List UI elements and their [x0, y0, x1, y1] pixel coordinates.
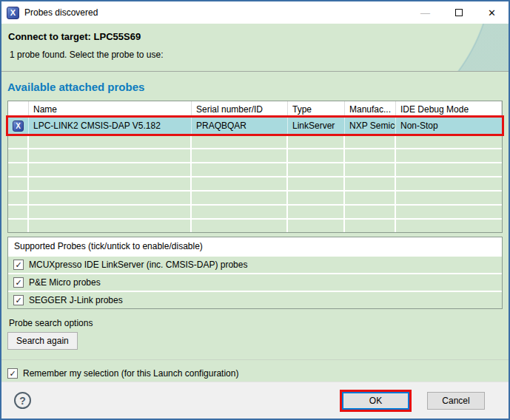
column-header-ide-debug-mode[interactable]: IDE Debug Mode — [396, 101, 502, 118]
supported-probes-group: Supported Probes (tick/untick to enable/… — [7, 237, 503, 309]
remember-selection-row: ✓ Remember my selection (for this Launch… — [7, 360, 503, 382]
empty-table-row — [8, 190, 502, 204]
remember-selection-label: Remember my selection (for this Launch c… — [23, 368, 238, 379]
supported-probe-row-pemicro: ✓ P&E Micro probes — [8, 273, 502, 291]
probe-manufacturer-cell: NXP Semico — [345, 118, 396, 134]
empty-cell — [345, 177, 396, 190]
empty-cell — [192, 163, 288, 176]
empty-cell — [288, 149, 345, 162]
empty-cell — [29, 220, 192, 232]
empty-cell — [29, 177, 192, 190]
cancel-button[interactable]: Cancel — [427, 392, 485, 410]
empty-cell — [288, 177, 345, 190]
column-header-icon[interactable] — [8, 101, 29, 118]
column-header-name[interactable]: Name — [29, 101, 192, 118]
remember-selection-checkbox[interactable]: ✓ — [7, 368, 18, 379]
empty-cell — [345, 192, 396, 204]
empty-cell — [29, 163, 192, 176]
segger-checkbox-label: SEGGER J-Link probes — [29, 295, 123, 305]
empty-cell — [396, 149, 502, 162]
probe-debug-mode-cell: Non-Stop — [396, 118, 502, 134]
probes-discovered-dialog: X Probes discovered — ✕ Connect to targe… — [0, 0, 510, 420]
probe-x-icon: X — [13, 121, 24, 132]
empty-cell — [345, 220, 396, 232]
close-icon[interactable]: ✕ — [475, 1, 509, 24]
empty-cell — [192, 135, 288, 148]
empty-cell — [8, 135, 29, 148]
empty-cell — [8, 149, 29, 162]
linkserver-checkbox-label: MCUXpresso IDE LinkServer (inc. CMSIS-DA… — [29, 260, 247, 270]
empty-cell — [288, 206, 345, 218]
empty-cell — [192, 206, 288, 218]
maximize-icon[interactable] — [442, 1, 475, 24]
supported-probes-title: Supported Probes (tick/untick to enable/… — [8, 237, 502, 255]
empty-cell — [288, 135, 345, 148]
empty-cell — [29, 135, 192, 148]
empty-table-row — [8, 162, 502, 176]
empty-cell — [29, 149, 192, 162]
ok-button[interactable]: OK — [342, 392, 409, 410]
pemicro-checkbox[interactable]: ✓ — [13, 277, 24, 288]
empty-cell — [396, 206, 502, 218]
dialog-header: Connect to target: LPC55S69 1 probe foun… — [1, 24, 509, 72]
mcuxpresso-app-icon: X — [7, 7, 19, 19]
column-header-manufacturer[interactable]: Manufac... — [345, 101, 396, 118]
empty-cell — [192, 177, 288, 190]
probe-row-selected[interactable]: X LPC-LINK2 CMSIS-DAP V5.182 PRAQBQAR Li… — [8, 118, 502, 134]
probes-table-header: Name Serial number/ID Type Manufac... ID… — [8, 101, 502, 118]
empty-table-row — [8, 134, 502, 148]
empty-table-row — [8, 148, 502, 162]
empty-cell — [288, 192, 345, 204]
empty-cell — [396, 177, 502, 190]
empty-cell — [8, 220, 29, 232]
empty-cell — [192, 220, 288, 232]
empty-cell — [29, 206, 192, 218]
probe-icon-cell: X — [8, 118, 29, 134]
probe-type-cell: LinkServer — [288, 118, 345, 134]
supported-probe-row-linkserver: ✓ MCUXpresso IDE LinkServer (inc. CMSIS-… — [8, 255, 502, 273]
probe-serial-cell: PRAQBQAR — [192, 118, 288, 134]
empty-cell — [8, 192, 29, 204]
empty-cell — [192, 192, 288, 204]
ok-annotation-highlight: OK — [340, 390, 412, 412]
empty-table-row — [8, 204, 502, 218]
check-icon: ✓ — [15, 296, 21, 305]
search-again-button[interactable]: Search again — [7, 332, 78, 350]
empty-cell — [396, 220, 502, 232]
empty-cell — [8, 163, 29, 176]
window-controls: — ✕ — [409, 1, 509, 24]
pemicro-checkbox-label: P&E Micro probes — [29, 277, 101, 288]
column-header-type[interactable]: Type — [288, 101, 345, 118]
empty-cell — [288, 220, 345, 232]
title-bar: X Probes discovered — ✕ — [1, 1, 509, 24]
connect-target-label: Connect to target: LPC55S69 — [8, 31, 502, 42]
column-header-serial[interactable]: Serial number/ID — [192, 101, 288, 118]
empty-cell — [8, 177, 29, 190]
empty-cell — [345, 163, 396, 176]
probe-search-options-label: Probe search options — [9, 318, 503, 328]
empty-cell — [345, 206, 396, 218]
empty-cell — [288, 163, 345, 176]
empty-cell — [396, 163, 502, 176]
probe-search-options: Probe search options Search again — [7, 318, 503, 350]
dialog-body: Available attached probes Name Serial nu… — [1, 72, 509, 382]
check-icon: ✓ — [9, 369, 16, 379]
empty-cell — [192, 149, 288, 162]
empty-cell — [396, 135, 502, 148]
available-probes-title: Available attached probes — [7, 72, 503, 101]
maximize-glyph — [455, 9, 463, 16]
check-icon: ✓ — [15, 260, 21, 270]
button-bar: ? OK Cancel — [1, 382, 509, 419]
check-icon: ✓ — [15, 278, 21, 288]
help-icon[interactable]: ? — [14, 392, 31, 409]
supported-probe-row-segger: ✓ SEGGER J-Link probes — [8, 291, 502, 308]
probe-found-message: 1 probe found. Select the probe to use: — [10, 50, 502, 60]
window-title: Probes discovered — [24, 7, 98, 18]
linkserver-checkbox[interactable]: ✓ — [13, 260, 24, 270]
probes-table: Name Serial number/ID Type Manufac... ID… — [7, 101, 503, 233]
segger-checkbox[interactable]: ✓ — [13, 295, 24, 305]
empty-table-row — [8, 176, 502, 190]
empty-cell — [345, 135, 396, 148]
empty-cell — [345, 149, 396, 162]
minimize-icon[interactable]: — — [409, 1, 442, 24]
